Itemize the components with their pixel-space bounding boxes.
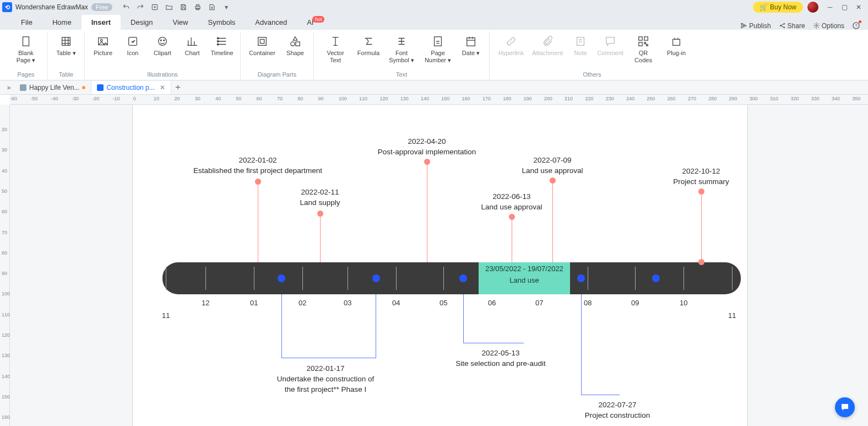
doctab-label: Construction p... (106, 84, 154, 91)
ruler-v-tick: 60 (2, 209, 7, 214)
tab-view[interactable]: View (163, 15, 198, 30)
event-label[interactable]: 2022-01-02Established the first project … (175, 155, 340, 176)
ruler-h-tick: 0 (133, 96, 136, 101)
event-label[interactable]: 2022-05-13Site selection and pre-audit (418, 348, 583, 369)
tab-insert[interactable]: Insert (82, 15, 121, 30)
ribbon-blank-page-button[interactable]: BlankPage ▾ (8, 32, 44, 66)
ribbon-qr-button[interactable]: QRCodes (625, 32, 661, 66)
event-label[interactable]: 2022-04-20Post-approval implementation (344, 137, 509, 158)
options-button[interactable]: Options (813, 22, 844, 30)
ribbon-chart-button[interactable]: Chart (177, 32, 207, 59)
tab-advanced[interactable]: Advanced (245, 15, 297, 30)
ribbon-container-button[interactable]: Container (244, 32, 280, 59)
event-dot-icon[interactable] (698, 259, 704, 265)
ribbon-timeline-button[interactable]: Timeline (207, 32, 237, 59)
new-icon[interactable] (148, 2, 162, 13)
svg-rect-24 (296, 42, 300, 46)
timeline-tick (205, 267, 206, 290)
timeline-tick (588, 267, 588, 290)
page[interactable]: 23/05/2022 - 19/07/2022 Land use 1112010… (132, 105, 748, 426)
svg-rect-10 (23, 37, 29, 46)
event-label[interactable]: 2022-06-13Land use approval (429, 192, 594, 213)
ribbon-formula-button[interactable]: Formula (354, 32, 383, 66)
close-icon[interactable]: ✕ (851, 2, 866, 13)
ruler-h-tick: -40 (51, 96, 58, 101)
maximize-icon[interactable]: ▢ (837, 2, 851, 13)
milestone-dot-icon[interactable] (459, 274, 467, 282)
ruler-h-tick: 130 (400, 96, 409, 101)
event-label[interactable]: 2022-01-17Undertake the construction oft… (243, 364, 408, 395)
ribbon-shape-button[interactable]: Shape (280, 32, 310, 59)
ribbon-hyperlink-button: Hyperlink (493, 32, 529, 66)
tab-symbols[interactable]: Symbols (198, 15, 245, 30)
ruler-h-tick: 40 (215, 96, 221, 101)
undo-icon[interactable] (119, 2, 133, 13)
ruler-v-tick: 130 (2, 353, 10, 358)
ribbon-icon-button[interactable]: Icon (118, 32, 148, 59)
new-tab-button[interactable]: ＋ (171, 82, 185, 93)
milestone-dot-icon[interactable] (372, 274, 380, 282)
help-button[interactable]: ? (852, 21, 860, 30)
ribbon-table-button[interactable]: Table ▾ (51, 32, 81, 59)
event-dot-icon[interactable] (550, 177, 556, 184)
timeline-tick (166, 267, 166, 290)
rib-label: QRCodes (634, 50, 652, 64)
tab-design[interactable]: Design (121, 15, 162, 30)
ribbon-vector-text-button[interactable]: VectorText (317, 32, 354, 66)
open-icon[interactable] (162, 2, 176, 13)
month-label: 04 (392, 299, 400, 307)
publish-button[interactable]: Publish (740, 22, 771, 30)
qat-dropdown-icon[interactable]: ▾ (219, 2, 234, 13)
ruler-h-tick: 280 (708, 96, 717, 101)
event-label[interactable]: 2022-10-12Project summary (619, 166, 784, 187)
timeline-tick (732, 267, 733, 290)
share-button[interactable]: Share (779, 22, 805, 30)
ruler-horizontal: -60-50-40-30-20-100102030405060708090100… (10, 95, 868, 105)
minimize-icon[interactable]: ─ (823, 2, 837, 13)
chat-fab[interactable] (835, 397, 855, 417)
tab-file[interactable]: File (11, 15, 42, 30)
timeline-interval[interactable]: 23/05/2022 - 19/07/2022 Land use (479, 262, 570, 294)
svg-point-17 (164, 40, 165, 41)
doctab-happy-life[interactable]: Happy Life Ven... (14, 81, 91, 94)
event-dot-icon[interactable] (698, 188, 704, 195)
tab-ai[interactable]: AIhot (297, 15, 323, 30)
milestone-dot-icon[interactable] (652, 274, 660, 282)
redo-icon[interactable] (133, 2, 148, 13)
event-line (463, 294, 464, 343)
event-label[interactable]: 2022-07-09Land use approval (470, 155, 635, 176)
ribbon-page-number-button[interactable]: PageNumber ▾ (420, 32, 456, 66)
ribbon-font-symbol-button[interactable]: FontSymbol ▾ (383, 32, 420, 66)
ruler-h-tick: 50 (236, 96, 241, 101)
milestone-dot-icon[interactable] (577, 274, 585, 282)
save-icon[interactable] (176, 2, 191, 13)
buy-now-button[interactable]: 🛒 Buy Now (753, 2, 803, 13)
event-label[interactable]: 2022-02-11Land supply (237, 187, 403, 208)
ribbon-plugin-button[interactable]: Plug-in (661, 32, 691, 66)
ruler-h-tick: 20 (174, 96, 180, 101)
svg-point-6 (783, 27, 784, 28)
event-dot-icon[interactable] (255, 179, 261, 185)
month-label: 01 (250, 299, 258, 307)
event-line (581, 294, 582, 395)
tab-close-icon[interactable]: ✕ (160, 84, 165, 91)
rib-label: Comment (597, 50, 623, 57)
ruler-h-tick: 260 (668, 96, 676, 101)
tabs-expand-icon[interactable]: » (3, 84, 14, 91)
export-icon[interactable] (205, 2, 219, 13)
ribbon-picture-button[interactable]: Picture (88, 32, 118, 59)
milestone-dot-icon[interactable] (278, 274, 285, 282)
buy-now-label: Buy Now (770, 3, 796, 11)
ribbon-clipart-button[interactable]: Clipart (148, 32, 177, 59)
avatar[interactable] (807, 2, 818, 13)
tab-home[interactable]: Home (42, 15, 82, 30)
event-label[interactable]: 2022-07-27Project construction (535, 400, 700, 421)
ribbon-date-button[interactable]: Date ▾ (456, 32, 486, 66)
event-dot-icon[interactable] (424, 159, 430, 165)
event-dot-icon[interactable] (317, 211, 323, 217)
svg-rect-11 (62, 37, 70, 46)
event-dot-icon[interactable] (509, 214, 515, 220)
doctab-construction[interactable]: Construction p... ✕ (91, 81, 171, 94)
canvas[interactable]: 23/05/2022 - 19/07/2022 Land use 1112010… (10, 105, 868, 426)
print-icon[interactable] (191, 2, 205, 13)
